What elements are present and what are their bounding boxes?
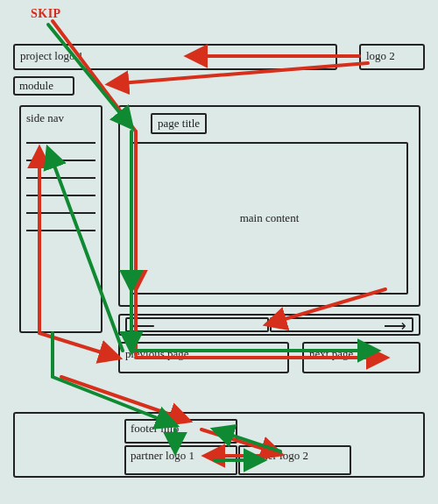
main-content: main content — [131, 142, 408, 295]
arrow-left-icon: ⟵ — [132, 316, 155, 336]
page-title: page title — [151, 113, 207, 134]
footer-info: footer info — [124, 419, 237, 444]
module-label: module — [19, 79, 53, 92]
partner-logo-2-label: partner logo 2 — [244, 449, 308, 462]
logo-2: logo 2 — [359, 44, 425, 70]
partner-logo-2: partner logo 2 — [238, 445, 351, 475]
page-title-label: page title — [158, 117, 200, 130]
main-panel: page title main content — [118, 105, 420, 307]
pager-arrow-bar: ⟵ ⟶ — [118, 314, 420, 336]
partner-logo-1: partner logo 1 — [124, 445, 237, 475]
next-page-label: next page — [309, 347, 353, 360]
previous-page-label: previous page — [125, 347, 189, 360]
next-page[interactable]: next page — [302, 342, 420, 373]
pager-left-arrow-box[interactable]: ⟵ — [125, 317, 269, 332]
previous-page[interactable]: previous page — [118, 342, 289, 373]
arrow-right-icon: ⟶ — [384, 316, 406, 336]
pager-right-arrow-box[interactable]: ⟶ — [270, 317, 413, 332]
main-content-label: main content — [240, 212, 300, 224]
partner-logo-1-label: partner logo 1 — [131, 449, 194, 462]
side-nav-items[interactable] — [26, 142, 95, 247]
footer-info-label: footer info — [131, 422, 179, 435]
module-box[interactable]: module — [13, 76, 74, 96]
skip-label: SKIP — [31, 7, 61, 21]
project-logo-1-label: project logo 1 — [20, 49, 83, 62]
logo-2-label: logo 2 — [366, 49, 395, 62]
footer: footer info partner logo 1 partner logo … — [13, 412, 425, 478]
project-logo-1: project logo 1 — [13, 44, 337, 70]
side-nav[interactable]: side nav — [19, 105, 102, 333]
side-nav-label: side nav — [26, 112, 64, 124]
